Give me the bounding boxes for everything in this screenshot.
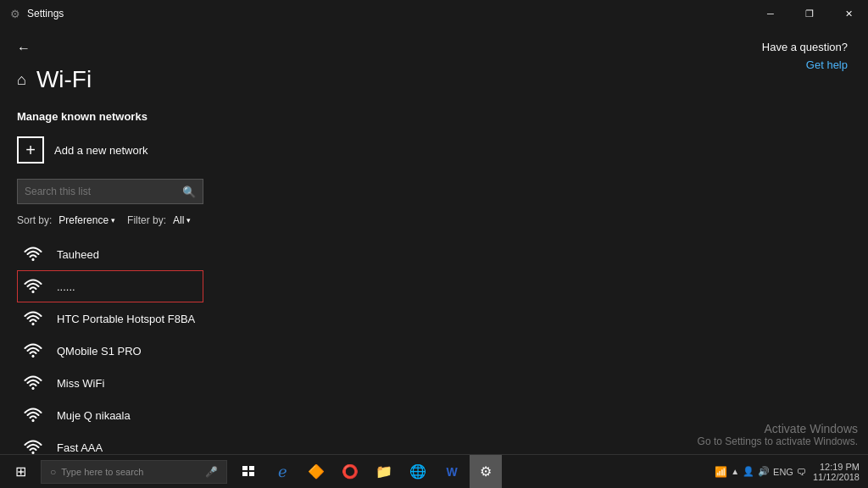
windows-icon: ⊞ [15,463,26,480]
titlebar: ⚙ Settings ─ ❐ ✕ [0,0,868,27]
tray-icon-1: 👤 [743,466,754,477]
settings-titlebar-icon: ⚙ [10,8,20,20]
network-list-item[interactable]: HTC Portable Hotspot F8BA [17,302,203,335]
sort-label: Sort by: [17,214,52,226]
get-help-link[interactable]: Get help [806,58,848,71]
filter-label: Filter by: [127,214,166,226]
main-content: ← ⌂ Wi-Fi Manage known networks + Add a … [0,27,868,454]
titlebar-title: Settings [27,8,64,19]
wifi-signal-icon [21,310,45,327]
svg-rect-10 [249,472,254,476]
wifi-signal-icon [21,278,45,295]
network-list-item[interactable]: Miss WiFi [17,367,203,399]
network-name: Miss WiFi [57,377,104,390]
taskbar-clock[interactable]: 12:19 PM 11/12/2018 [813,462,860,482]
network-name: HTC Portable Hotspot F8BA [57,313,195,325]
taskbar-time: 12:19 PM [820,462,860,472]
network-list: Tauheed ...... HTC Portable Hotspot F8BA… [17,238,203,463]
network-name: QMobile S1 PRO [57,345,142,358]
filter-value: All [173,214,184,226]
taskbar-search-text: Type here to search [61,467,143,477]
chrome-button[interactable]: 🌐 [402,455,434,489]
home-icon: ⌂ [17,71,26,89]
network-name: Muje Q nikaala [57,409,131,422]
back-button[interactable]: ← [17,41,203,56]
search-icon: 🔍 [182,186,196,198]
svg-rect-9 [242,472,248,476]
search-box[interactable]: 🔍 [17,179,203,204]
microphone-icon: 🎤 [205,466,218,478]
sort-dropdown[interactable]: Preference ▾ [58,214,115,226]
activate-title: Activate Windows [698,422,858,435]
filter-dropdown[interactable]: All ▾ [173,214,191,226]
svg-rect-7 [242,466,248,470]
language-indicator: ENG [773,467,793,477]
network-list-item[interactable]: ...... [17,270,203,302]
volume-icon[interactable]: 🔊 [758,466,770,477]
page-title-container: ⌂ Wi-Fi [17,66,203,93]
system-tray-icons: 📶 ▲ 👤 🔊 ENG 🗨 [715,466,806,478]
titlebar-left: ⚙ Settings [10,8,64,20]
svg-point-3 [32,355,35,358]
opera-button[interactable]: ⭕ [334,455,366,489]
wifi-signal-icon [21,374,45,391]
taskbar-right: 📶 ▲ 👤 🔊 ENG 🗨 12:19 PM 11/12/2018 [715,462,868,482]
word-button[interactable]: W [436,455,468,489]
sort-chevron-icon: ▾ [111,216,115,225]
svg-point-2 [32,323,35,325]
sort-filter-bar: Sort by: Preference ▾ Filter by: All ▾ [17,214,203,226]
vlc-button[interactable]: 🔶 [300,455,332,489]
taskbar-search-box[interactable]: ○ Type here to search 🎤 [41,460,227,484]
help-question: Have a question? [762,41,848,53]
add-network-button[interactable]: + Add a new network [17,135,203,165]
search-input[interactable] [25,186,182,197]
wifi-signal-icon [21,439,45,456]
network-list-item[interactable]: QMobile S1 PRO [17,335,203,367]
start-button[interactable]: ⊞ [0,455,41,489]
right-panel: Have a question? Get help [220,27,868,454]
wifi-signal-icon [21,342,45,359]
network-name: Tauheed [57,248,99,261]
left-panel: ← ⌂ Wi-Fi Manage known networks + Add a … [0,27,220,454]
show-hidden-icons[interactable]: ▲ [731,467,739,476]
taskbar-search-circle-icon: ○ [50,466,56,478]
network-tray-icon: 📶 [715,466,727,478]
filter-chevron-icon: ▾ [186,216,191,225]
add-network-label: Add a new network [54,144,148,157]
wifi-signal-icon [21,407,45,424]
network-list-item[interactable]: Muje Q nikaala [17,399,203,431]
activate-subtitle: Go to Settings to activate Windows. [698,435,858,447]
activate-watermark: Activate Windows Go to Settings to activ… [698,422,858,447]
section-title: Manage known networks [17,110,203,123]
back-arrow-icon: ← [17,41,31,56]
svg-point-5 [32,419,35,422]
notification-icon[interactable]: 🗨 [797,467,806,477]
task-view-button[interactable] [232,455,264,489]
page-title: Wi-Fi [36,66,92,93]
svg-point-4 [32,387,35,390]
network-name: ...... [57,280,75,293]
add-icon: + [17,136,44,164]
taskbar: ⊞ ○ Type here to search 🎤 ℯ 🔶 ⭕ 📁 🌐 W ⚙ … [0,454,868,488]
taskbar-app-icons: ℯ 🔶 ⭕ 📁 🌐 W ⚙ [227,455,502,489]
svg-point-0 [32,258,35,261]
wifi-signal-icon [21,246,45,263]
titlebar-controls: ─ ❐ ✕ [751,0,868,27]
svg-point-1 [32,291,35,293]
minimize-button[interactable]: ─ [751,0,790,27]
restore-button[interactable]: ❐ [790,0,829,27]
settings-button[interactable]: ⚙ [470,455,502,489]
help-section: Have a question? Get help [762,41,848,72]
close-button[interactable]: ✕ [829,0,868,27]
network-name: Fast AAA [57,441,103,454]
taskbar-date: 11/12/2018 [813,472,860,482]
svg-rect-8 [249,466,254,470]
sort-value: Preference [58,214,108,226]
network-list-item[interactable]: Tauheed [17,238,203,270]
files-button[interactable]: 📁 [368,455,400,489]
edge-browser-button[interactable]: ℯ [266,455,298,489]
